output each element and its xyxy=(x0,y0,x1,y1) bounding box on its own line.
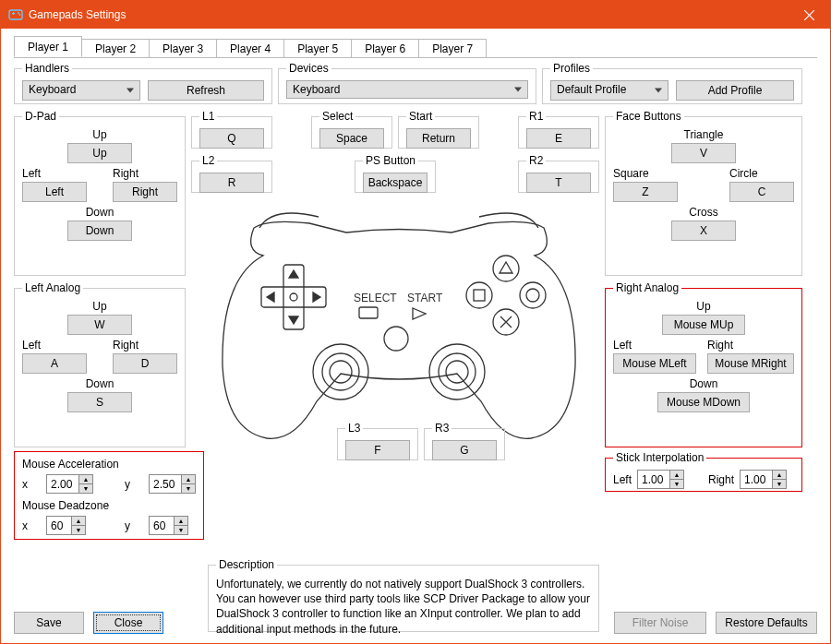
start-button[interactable]: Return xyxy=(406,128,471,149)
up-arrow-icon[interactable]: ▲ xyxy=(72,517,85,526)
tab-player-5[interactable]: Player 5 xyxy=(283,39,352,57)
dpad-group: D-Pad Up Up Left Left Right Right Down D… xyxy=(14,110,186,276)
tab-player-2[interactable]: Player 2 xyxy=(81,39,150,57)
r2-button[interactable]: T xyxy=(526,173,591,193)
mouseacc-y-spinner[interactable]: ▲▼ xyxy=(149,474,196,494)
right-analog-legend: Right Analog xyxy=(613,281,681,294)
face-buttons-legend: Face Buttons xyxy=(613,110,684,123)
down-arrow-icon[interactable]: ▼ xyxy=(773,480,786,488)
dpad-up-button[interactable]: Up xyxy=(67,143,132,163)
down-arrow-icon[interactable]: ▼ xyxy=(670,480,683,488)
l1-button[interactable]: Q xyxy=(199,128,264,149)
stick-left-input[interactable] xyxy=(638,471,669,488)
restore-defaults-button[interactable]: Restore Defaults xyxy=(716,612,817,634)
handlers-select[interactable]: Keyboard xyxy=(22,80,140,101)
mouseacc-x-input[interactable] xyxy=(47,475,78,493)
tab-player-4[interactable]: Player 4 xyxy=(216,39,284,57)
tab-player-6[interactable]: Player 6 xyxy=(351,39,419,57)
r3-button[interactable]: G xyxy=(432,440,497,460)
mouse-accel-legend: Mouse Acceleration xyxy=(22,458,196,471)
down-arrow-icon[interactable]: ▼ xyxy=(72,526,85,534)
cross-button[interactable]: X xyxy=(671,221,736,241)
dpad-down-button[interactable]: Down xyxy=(67,221,132,241)
svg-point-11 xyxy=(493,256,519,281)
down-arrow-icon[interactable]: ▼ xyxy=(182,484,195,493)
circle-button[interactable]: C xyxy=(729,182,794,202)
triangle-button[interactable]: V xyxy=(671,143,736,163)
ps-button[interactable]: Backspace xyxy=(363,173,428,193)
la-right-button[interactable]: D xyxy=(113,353,177,374)
description-legend: Description xyxy=(216,558,277,571)
ra-left-button[interactable]: Mouse MLeft xyxy=(613,353,696,374)
l2-button[interactable]: R xyxy=(199,173,264,193)
la-left-label: Left xyxy=(22,339,41,352)
r1-legend: R1 xyxy=(526,110,546,123)
up-arrow-icon[interactable]: ▲ xyxy=(182,475,195,484)
ra-down-label: Down xyxy=(690,377,718,390)
stick-right-spinner[interactable]: ▲▼ xyxy=(740,470,787,489)
stick-interpolation-group: Stick Interpolation Left ▲▼ Right ▲▼ xyxy=(605,451,802,492)
save-button[interactable]: Save xyxy=(14,612,84,634)
dpad-right-button[interactable]: Right xyxy=(113,182,177,202)
r1-button[interactable]: E xyxy=(526,128,591,149)
la-up-button[interactable]: W xyxy=(67,315,132,335)
app-icon xyxy=(8,7,23,22)
dpad-down-label: Down xyxy=(86,206,114,219)
l3-button[interactable]: F xyxy=(345,440,410,460)
r1-group: R1 E xyxy=(518,110,599,149)
description-group: Description Unfortunately, we currently … xyxy=(208,558,599,632)
ra-left-label: Left xyxy=(613,339,632,352)
start-group: Start Return xyxy=(398,110,479,149)
stick-left-label: Left xyxy=(613,473,632,486)
mouseacc-y-input[interactable] xyxy=(150,475,181,493)
ra-up-button[interactable]: Mouse MUp xyxy=(662,315,745,335)
triangle-label: Triangle xyxy=(684,128,724,141)
la-down-button[interactable]: S xyxy=(67,392,132,412)
profiles-group: Profiles Default Profile Add Profile xyxy=(542,62,802,104)
up-arrow-icon[interactable]: ▲ xyxy=(79,475,92,484)
stick-left-spinner[interactable]: ▲▼ xyxy=(637,470,684,489)
tab-player-3[interactable]: Player 3 xyxy=(149,39,217,57)
refresh-button[interactable]: Refresh xyxy=(148,80,264,101)
left-analog-group: Left Analog Up W Left A Right D Down S xyxy=(14,281,186,447)
titlebar: Gamepads Settings xyxy=(1,1,830,29)
svg-point-14 xyxy=(520,282,546,308)
face-buttons-group: Face Buttons Triangle V Square Z Circle … xyxy=(605,110,802,276)
ra-down-button[interactable]: Mouse MDown xyxy=(657,392,750,412)
tab-player-1[interactable]: Player 1 xyxy=(14,36,82,57)
devices-legend: Devices xyxy=(286,62,331,75)
svg-point-4 xyxy=(19,14,21,16)
mousedz-x-input[interactable] xyxy=(47,517,71,534)
filter-noise-button[interactable]: Filter Noise xyxy=(614,612,706,634)
tabstrip: Player 1 Player 2 Player 3 Player 4 Play… xyxy=(14,38,817,58)
up-arrow-icon[interactable]: ▲ xyxy=(773,471,786,480)
la-right-label: Right xyxy=(113,339,138,352)
square-button[interactable]: Z xyxy=(613,182,678,202)
l3-legend: L3 xyxy=(345,422,363,435)
window-close-button[interactable] xyxy=(788,1,830,29)
select-button[interactable]: Space xyxy=(319,128,384,149)
l1-group: L1 Q xyxy=(191,110,272,149)
down-arrow-icon[interactable]: ▼ xyxy=(175,526,187,534)
mousedz-x-spinner[interactable]: ▲▼ xyxy=(46,516,86,535)
mousedz-y-spinner[interactable]: ▲▼ xyxy=(149,516,188,535)
up-arrow-icon[interactable]: ▲ xyxy=(175,517,187,526)
mousedz-y-label: y xyxy=(125,519,130,532)
up-arrow-icon[interactable]: ▲ xyxy=(670,471,683,480)
dpad-left-button[interactable]: Left xyxy=(22,182,87,202)
circle-label: Circle xyxy=(729,167,758,180)
add-profile-button[interactable]: Add Profile xyxy=(676,80,794,101)
la-left-button[interactable]: A xyxy=(22,353,87,374)
profiles-select[interactable]: Default Profile xyxy=(550,80,668,101)
tab-player-7[interactable]: Player 7 xyxy=(418,39,487,57)
ps-button-group: PS Button Backspace xyxy=(355,154,436,193)
mousedz-y-input[interactable] xyxy=(150,517,174,534)
down-arrow-icon[interactable]: ▼ xyxy=(79,484,92,493)
ra-right-button[interactable]: Mouse MRight xyxy=(707,353,794,374)
close-button[interactable]: Close xyxy=(93,612,163,634)
l3-group: L3 F xyxy=(337,422,418,460)
right-analog-group: Right Analog Up Mouse MUp Left Mouse MLe… xyxy=(605,281,802,447)
mouseacc-x-spinner[interactable]: ▲▼ xyxy=(46,474,93,494)
stick-right-input[interactable] xyxy=(741,471,772,488)
devices-select[interactable]: Keyboard xyxy=(286,80,528,99)
